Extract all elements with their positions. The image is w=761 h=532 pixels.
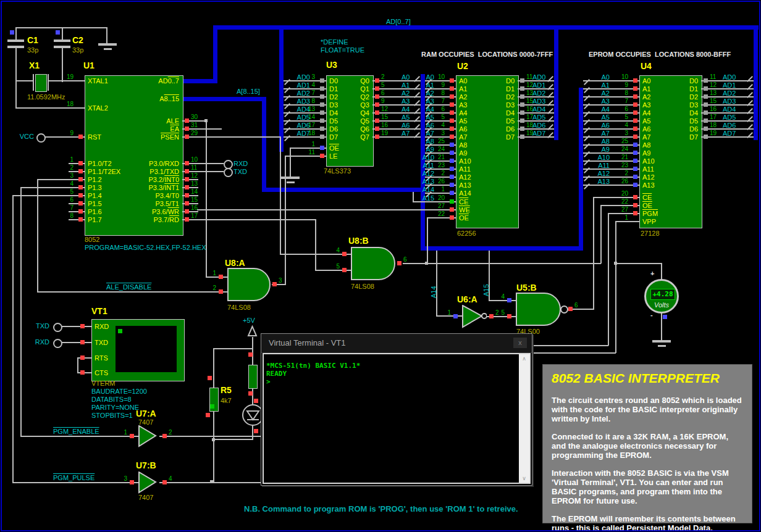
gate-U7:A[interactable] [138,425,161,447]
pin-number: 25 [613,138,628,144]
pin-state-indicator [633,135,637,139]
pin-number: 16 [191,204,206,211]
crystal-X1[interactable] [35,74,47,92]
info-box-paragraph: The EPROM will remember its contents bet… [552,514,743,532]
define-directive-line1: *DEFINE [321,38,348,46]
pin-name: PSEN [133,133,179,141]
vt1-value: VTERM [91,380,116,387]
pin-state-indicator [450,215,454,220]
pin-state-indicator [450,151,454,155]
gate-U8:B[interactable] [351,247,395,280]
pin-number: 3 [112,475,127,482]
net-label: AD4 [289,106,310,113]
virtual-terminal-window[interactable]: Virtual Terminal - VT1 x *MCS-51(tn) BAS… [261,333,532,486]
net-label: AD7 [289,130,310,137]
chip-property: PROGRAM=BASIC-52.HEX,FP-52.HEX [85,244,206,251]
pin-number: 3 [613,130,628,136]
gate-ref: U7:B [136,461,156,470]
scroll-up-icon[interactable]: ∧ [519,355,529,362]
net-label: AD0 [289,73,310,81]
window-titlebar[interactable]: Virtual Terminal - VT1 x [261,334,532,353]
close-button[interactable]: x [513,338,527,348]
pin-state-indicator [272,282,277,286]
pin-state-indicator [375,86,379,91]
pin-name: Q4 [323,109,369,117]
pin-state-indicator [450,159,454,163]
net-label: AD6 [289,122,310,129]
pin-number: 22 [430,210,445,217]
pin-name: OE [329,144,339,152]
pin-state-indicator [130,434,134,438]
bus-segment [579,88,583,251]
pin-state-indicator [78,193,83,197]
pin-name: D6 [652,125,698,133]
pin-state-indicator [210,404,214,409]
pin-state-indicator [450,110,454,115]
pin-name: RXD [95,323,109,330]
wire-segment [48,74,49,91]
pin-state-indicator [375,94,379,99]
net-label: A0 [589,73,610,81]
pin-name: A6 [642,125,650,133]
net-label: AD0 [532,73,545,81]
pin-state-indicator [78,217,83,222]
vt1-property: STOPBITS=1 [91,412,133,419]
wire-segment [106,27,107,44]
pin-name: XTAL1 [88,77,108,85]
net-label: A6 [402,122,410,129]
pin-number: 5 [325,263,340,270]
chip-value: 8052 [85,236,99,243]
net-label: A4 [589,106,610,113]
pin-number: 4 [169,475,172,482]
scroll-down-icon[interactable]: ∨ [519,475,529,481]
net-label: A15 [413,194,434,202]
pin-number: 2 [201,285,216,291]
pin-state-indicator [185,118,189,123]
pin-name: P3.7/RD [133,216,179,223]
pin-state-indicator [520,127,524,131]
gate-U8:A[interactable] [227,268,271,301]
pin-name: EA [133,125,179,133]
net-label: A0 [413,73,434,81]
pin-name: Q7 [323,133,369,141]
power-terminal-arrow[interactable] [247,325,258,338]
pin-name: D0 [652,77,698,85]
wire-segment [608,213,609,346]
pin-number: 19 [59,73,74,80]
pin-name: P1.1/T2EX [88,168,120,175]
pin-state-indicator [520,118,524,123]
pin-number: 31 [191,122,206,128]
voltmeter[interactable]: +4.28 Volts [644,279,679,314]
pin-state-indicator [162,480,167,484]
define-directive-line2: FLOAT=TRUE [321,46,364,54]
gate-U6:A[interactable] [462,305,487,328]
pin-name: A11 [642,165,654,173]
wire-segment [104,48,112,50]
pin-state-indicator [56,30,60,35]
pin-state-indicator [375,110,379,115]
pin-name: A2 [459,93,467,101]
terminal-screen[interactable]: *MCS-51(tn) BASIC V1.1* READY > ∧ ∨ [263,353,531,484]
gate-U5:B[interactable] [516,293,561,326]
terminal-txd[interactable] [224,168,233,177]
gate-U7:B[interactable] [138,472,161,494]
pin-name: A7 [459,133,467,141]
pin-name: A12 [642,173,655,181]
terminal-vt-rxd[interactable] [53,339,62,348]
terminal-vt-txd[interactable] [53,323,62,332]
resistor[interactable] [248,365,258,389]
terminal-vcc[interactable] [36,133,46,143]
pin-name: Q2 [323,93,369,101]
pin-state-indicator [633,86,637,91]
pin-state-indicator [520,86,524,91]
bus-label-ad: AD[0..7] [386,18,411,25]
scrollbar[interactable]: ∧ ∨ [519,354,529,483]
pin-name: A12 [459,173,471,181]
pin-name: TXD [95,339,108,346]
pin-number: 1 [613,214,628,221]
wire-segment [61,326,92,327]
pin-name: P1.6 [88,208,102,215]
pin-number: 2 [59,164,74,171]
net-label: A7 [589,130,610,137]
pin-state-indicator [375,135,379,139]
